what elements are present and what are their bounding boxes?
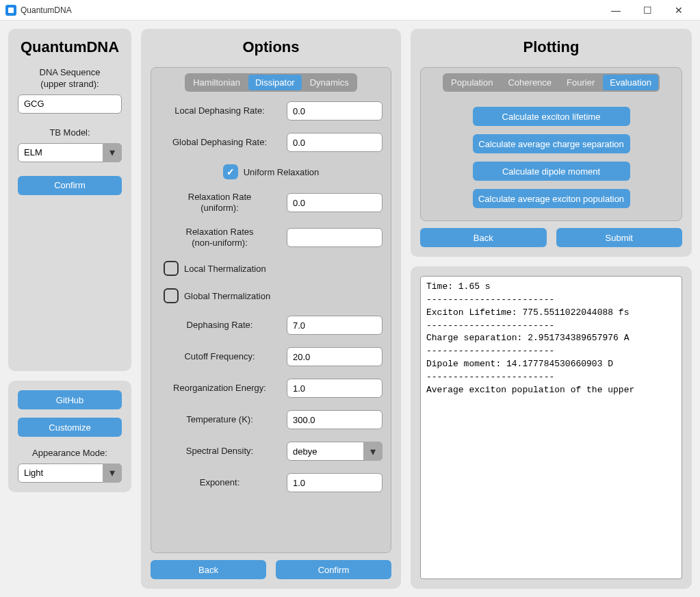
plotting-inner-panel: Population Coherence Fourier Evaluation … [420, 67, 682, 221]
relax-rate-uniform-label: Relaxation Rate (uniform): [159, 192, 280, 214]
github-button[interactable]: GitHub [18, 390, 122, 409]
customize-button[interactable]: Customize [18, 418, 122, 437]
exponent-input[interactable] [287, 473, 383, 492]
sidebar-panel: QuantumDNA DNA Sequence (upper strand): … [8, 29, 131, 371]
calc-dipole-moment-button[interactable]: Calculate dipole moment [473, 162, 630, 181]
spectral-density-label: Spectral Density: [159, 446, 280, 457]
output-panel: Time: 1.65 s ------------------------ Ex… [411, 266, 692, 589]
temperature-label: Temperature (K): [159, 414, 280, 425]
local-thermalization-label: Local Thermalization [184, 264, 266, 274]
reorg-energy-input[interactable] [287, 379, 383, 398]
tb-model-select[interactable] [18, 143, 122, 162]
calc-exciton-lifetime-button[interactable]: Calculate exciton lifetime [473, 107, 630, 126]
relax-rates-nonuniform-input[interactable] [287, 228, 383, 247]
dna-label: DNA Sequence (upper strand): [18, 67, 122, 90]
global-thermalization-label: Global Thermalization [184, 291, 270, 301]
plotting-back-button[interactable]: Back [420, 228, 547, 247]
options-back-button[interactable]: Back [151, 560, 266, 579]
dephasing-rate-label: Dephasing Rate: [159, 320, 280, 331]
tab-evaluation[interactable]: Evaluation [603, 75, 658, 90]
window-close-button[interactable]: ✕ [663, 0, 695, 21]
exponent-label: Exponent: [159, 477, 280, 488]
plotting-panel: Plotting Population Coherence Fourier Ev… [411, 29, 692, 257]
relax-rate-uniform-input[interactable] [287, 193, 383, 212]
reorg-energy-label: Reorganization Energy: [159, 383, 280, 394]
temperature-input[interactable] [287, 410, 383, 429]
tab-coherence[interactable]: Coherence [501, 75, 558, 90]
tab-population[interactable]: Population [444, 75, 500, 90]
plotting-heading: Plotting [420, 38, 682, 56]
appearance-select[interactable] [18, 463, 122, 483]
uniform-relaxation-label: Uniform Relaxation [244, 167, 320, 177]
tb-model-label: TB Model: [18, 127, 122, 139]
tab-fourier[interactable]: Fourier [560, 75, 601, 90]
calc-charge-separation-button[interactable]: Calculate average charge separation [473, 134, 630, 153]
window-title: QuantumDNA [21, 5, 72, 15]
plotting-submit-button[interactable]: Submit [556, 228, 683, 247]
global-dephasing-input[interactable] [287, 133, 383, 152]
relax-rates-nonuniform-label: Relaxation Rates (non-uniform): [159, 227, 280, 249]
app-icon [5, 5, 16, 16]
options-tabs: Hamiltonian Dissipator Dynamics [185, 73, 357, 92]
uniform-relaxation-checkbox[interactable] [223, 164, 238, 179]
appearance-label: Appearance Mode: [18, 448, 122, 459]
global-dephasing-label: Global Dephasing Rate: [159, 137, 280, 148]
dephasing-rate-input[interactable] [287, 316, 383, 335]
window-maximize-button[interactable]: ☐ [632, 0, 663, 21]
local-thermalization-checkbox[interactable] [164, 261, 179, 276]
spectral-density-select[interactable] [287, 442, 383, 461]
calc-exciton-population-button[interactable]: Calculate average exciton population [473, 189, 630, 208]
output-textarea[interactable]: Time: 1.65 s ------------------------ Ex… [420, 276, 682, 579]
local-dephasing-label: Local Dephasing Rate: [159, 105, 280, 116]
global-thermalization-checkbox[interactable] [164, 288, 179, 303]
local-dephasing-input[interactable] [287, 101, 383, 120]
tab-dynamics[interactable]: Dynamics [303, 75, 356, 90]
plotting-tabs: Population Coherence Fourier Evaluation [443, 73, 660, 92]
tab-dissipator[interactable]: Dissipator [248, 75, 302, 90]
window-titlebar: QuantumDNA — ☐ ✕ [0, 0, 700, 21]
cutoff-freq-input[interactable] [287, 347, 383, 366]
options-heading: Options [151, 38, 391, 56]
sidebar-bottom-panel: GitHub Customize Appearance Mode: ▾ [8, 381, 131, 492]
sidebar-heading: QuantumDNA [18, 38, 122, 56]
options-panel: Options Hamiltonian Dissipator Dynamics … [141, 29, 401, 589]
cutoff-freq-label: Cutoff Frequency: [159, 351, 280, 362]
tab-hamiltonian[interactable]: Hamiltonian [186, 75, 247, 90]
sidebar-confirm-button[interactable]: Confirm [18, 176, 122, 195]
options-confirm-button[interactable]: Confirm [276, 560, 391, 579]
window-minimize-button[interactable]: — [600, 0, 632, 21]
dna-input[interactable] [18, 94, 122, 114]
options-inner-panel: Hamiltonian Dissipator Dynamics Local De… [151, 67, 391, 553]
